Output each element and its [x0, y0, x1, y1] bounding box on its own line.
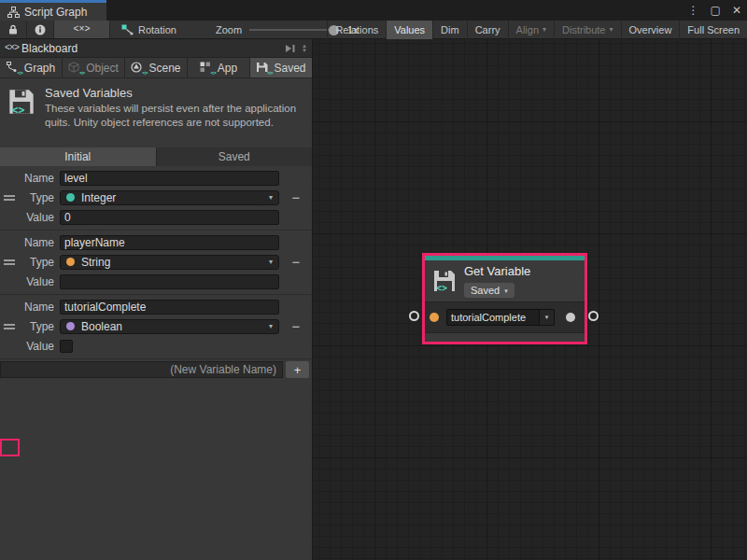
variable-name-dropdown[interactable]: ▾ [540, 309, 555, 326]
node-body: tutorialComplete ▾ [425, 301, 585, 332]
values-button[interactable]: Values [386, 21, 432, 39]
node-highlight: <> Get Variable Saved ▾ tutorialComplete [422, 253, 587, 344]
value-label: Value [19, 340, 60, 353]
relations-button[interactable]: Relations [327, 21, 386, 39]
maximize-icon[interactable]: ▢ [711, 4, 721, 17]
variable-kind-dropdown[interactable]: Saved ▾ [464, 283, 514, 298]
drag-handle[interactable] [4, 324, 15, 329]
input-port[interactable] [409, 311, 419, 321]
tab-app[interactable]: <> App [188, 58, 249, 77]
rotation-label: Rotation [138, 24, 176, 35]
drag-handle[interactable] [4, 195, 15, 201]
code-preview-toggle[interactable]: <×> [54, 21, 110, 38]
type-color-dot [66, 322, 75, 330]
blackboard-tabs: <> Graph <> Object [0, 58, 312, 78]
window-menu-icon[interactable]: ⋮ [688, 4, 699, 17]
svg-text:<>: <> [436, 283, 447, 293]
overview-button[interactable]: Overview [621, 21, 680, 39]
lock-button[interactable] [0, 21, 27, 38]
chevron-down-icon: ▾ [269, 323, 273, 330]
info-button[interactable] [27, 21, 54, 38]
drag-handle-highlight [0, 439, 20, 456]
distribute-dropdown[interactable]: Distribute ▾ [554, 21, 620, 39]
dock-icon[interactable] [285, 44, 296, 53]
floppy-disk-icon: <> [7, 88, 35, 116]
add-variable-button[interactable]: + [286, 361, 309, 378]
tab-graph[interactable]: <> Graph [0, 58, 62, 77]
lock-icon [8, 24, 18, 35]
dim-button[interactable]: Dim [432, 21, 467, 39]
variable-name-field[interactable]: tutorialComplete [446, 309, 540, 326]
get-variable-node[interactable]: <> Get Variable Saved ▾ tutorialComplete [425, 256, 585, 342]
title-bar: Script Graph ⋮ ▢ ✕ [0, 0, 747, 21]
carry-button[interactable]: Carry [467, 21, 508, 39]
variable-scope-subtabs: Initial Saved [0, 147, 312, 166]
scene-icon: <> [131, 62, 145, 74]
window-controls: ⋮ ▢ ✕ [688, 0, 741, 21]
graph-toolbar: <×> Rotation Zoom 1x Relations Values Di… [0, 21, 747, 39]
saved-variables-title: Saved Variables [45, 86, 303, 100]
variables-list: Name Type Integer ▾ − [0, 166, 312, 380]
boolean-value-checkbox[interactable] [60, 340, 73, 353]
variable-value-input[interactable] [60, 210, 279, 225]
tab-scene[interactable]: <> Scene [125, 58, 187, 77]
node-title: Get Variable [464, 264, 530, 278]
panel-spinner[interactable]: ▲ ▼ [302, 44, 307, 53]
name-label: Name [19, 236, 60, 249]
rotation-control[interactable]: Rotation [121, 21, 176, 38]
info-icon [35, 24, 46, 35]
script-graph-tab[interactable]: Script Graph [0, 0, 106, 21]
subtab-initial[interactable]: Initial [0, 147, 156, 166]
blackboard-title: Blackboard [21, 42, 78, 55]
remove-variable-button[interactable]: − [292, 255, 301, 269]
new-variable-input[interactable] [0, 361, 283, 378]
new-variable-row: + [0, 359, 312, 380]
fullscreen-button[interactable]: Full Screen [679, 21, 747, 39]
chevron-down-icon: ▾ [269, 194, 273, 202]
variable-name-input[interactable] [60, 235, 279, 250]
graph-canvas[interactable]: <> Get Variable Saved ▾ tutorialComplete [313, 39, 747, 560]
zoom-slider[interactable] [249, 21, 335, 38]
zoom-slider-track[interactable] [249, 29, 335, 31]
blackboard-header: <×> Blackboard ▲ ▼ [0, 39, 312, 58]
rotation-icon [121, 24, 134, 35]
subtab-saved[interactable]: Saved [157, 147, 313, 166]
output-port[interactable] [588, 311, 599, 321]
node-header[interactable]: <> Get Variable Saved ▾ [425, 260, 585, 301]
tab-saved[interactable]: <> Saved [250, 58, 312, 77]
toolbar-right-group: Relations Values Dim Carry Align ▾ Distr… [327, 21, 747, 39]
chevron-down-icon: ▾ [610, 26, 613, 34]
tab-object[interactable]: <> Object [63, 58, 124, 77]
drag-handle[interactable] [4, 259, 15, 265]
variable-type-dropdown[interactable]: Integer ▾ [60, 190, 279, 205]
variable-name-input[interactable] [60, 171, 279, 186]
type-color-dot [66, 258, 75, 266]
type-label: Type [19, 191, 60, 204]
variable-value-input[interactable] [60, 274, 279, 289]
tab-title: Script Graph [24, 6, 87, 19]
saved-icon: <> [256, 62, 270, 74]
saved-variables-description: These variables will persist even after … [45, 102, 303, 130]
value-label: Value [19, 211, 60, 224]
svg-text:<>: <> [12, 104, 25, 116]
variable-type-dropdown[interactable]: String ▾ [60, 255, 279, 270]
align-dropdown[interactable]: Align ▾ [508, 21, 554, 39]
name-label: Name [19, 172, 60, 185]
floppy-disk-icon: <> [432, 269, 457, 293]
value-label: Value [19, 275, 60, 288]
variable-name-input[interactable] [60, 300, 279, 315]
variable-group-playername: Name Type String ▾ − [0, 231, 312, 295]
chevron-down-icon: ▾ [269, 259, 273, 266]
spin-down-icon[interactable]: ▼ [302, 49, 307, 53]
remove-variable-button[interactable]: − [292, 190, 301, 204]
name-input-port[interactable] [430, 313, 439, 322]
value-output-port[interactable] [566, 313, 575, 322]
chevron-down-icon: ▾ [543, 26, 546, 34]
blackboard-panel: <×> Blackboard ▲ ▼ <> [0, 39, 313, 560]
close-icon[interactable]: ✕ [732, 4, 741, 17]
remove-variable-button[interactable]: − [292, 319, 301, 333]
type-label: Type [19, 320, 60, 333]
variable-type-dropdown[interactable]: Boolean ▾ [60, 319, 279, 334]
variables-icon: <×> [5, 43, 19, 53]
name-label: Name [19, 301, 60, 314]
